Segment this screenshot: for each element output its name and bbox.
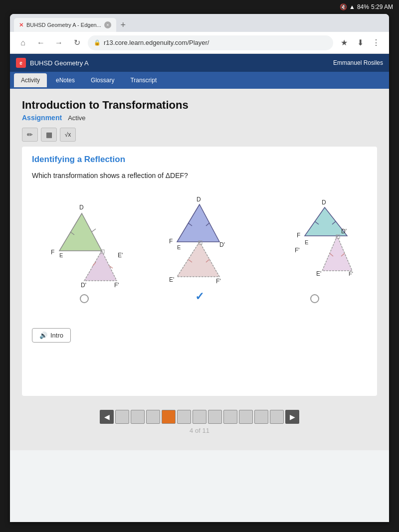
app-logo: e bbox=[16, 58, 26, 68]
assignment-row: Assignment Active bbox=[22, 114, 377, 122]
svg-marker-32 bbox=[322, 236, 352, 271]
svg-marker-13 bbox=[177, 204, 219, 242]
assignment-label: Assignment bbox=[22, 114, 62, 122]
svg-text:F: F bbox=[51, 249, 54, 256]
browser-window: ✕ BUHSD Geometry A - Edgen... × + ⌂ ← → … bbox=[10, 14, 389, 522]
status-bar: 🔇 ▲ 84% 5:29 AM bbox=[0, 0, 399, 14]
svg-text:F': F' bbox=[349, 271, 353, 277]
page-box-3[interactable] bbox=[146, 410, 160, 424]
answer-option-a[interactable]: D F E E' D' F' bbox=[32, 198, 137, 303]
page-box-11[interactable] bbox=[270, 410, 284, 424]
toolbar: ✏ ▦ √x bbox=[22, 128, 377, 142]
svg-text:E: E bbox=[177, 244, 181, 250]
svg-text:D: D bbox=[197, 196, 201, 203]
svg-marker-6 bbox=[84, 251, 117, 281]
radio-option-a[interactable] bbox=[80, 294, 89, 303]
svg-text:E': E' bbox=[118, 252, 123, 259]
svg-text:F: F bbox=[169, 238, 173, 245]
page-box-8[interactable] bbox=[223, 410, 237, 424]
answer-option-c[interactable]: D F E D' F' E' F' bbox=[262, 198, 367, 303]
svg-text:F': F' bbox=[295, 247, 300, 254]
page-box-1[interactable] bbox=[115, 410, 129, 424]
svg-text:E: E bbox=[305, 239, 308, 245]
answer-options: D F E E' D' F' bbox=[32, 189, 367, 308]
tab-enotes[interactable]: eNotes bbox=[49, 73, 82, 87]
page-box-10[interactable] bbox=[254, 410, 268, 424]
svg-text:D': D' bbox=[219, 241, 225, 248]
page-box-4[interactable] bbox=[162, 410, 176, 424]
tab-transcript[interactable]: Transcript bbox=[123, 73, 164, 87]
svg-line-2 bbox=[92, 229, 96, 232]
svg-text:D': D' bbox=[341, 228, 347, 235]
pencil-tool[interactable]: ✏ bbox=[22, 128, 38, 142]
next-page-button[interactable]: ▶ bbox=[285, 410, 299, 424]
lock-icon: 🔒 bbox=[94, 39, 101, 46]
tab-glossary[interactable]: Glossary bbox=[84, 73, 121, 87]
tab-bar: ✕ BUHSD Geometry A - Edgen... × + bbox=[10, 14, 389, 32]
volume-icon: 🔇 bbox=[340, 3, 347, 10]
app-header-left: e BUHSD Geometry A bbox=[16, 58, 89, 68]
page-box-6[interactable] bbox=[193, 410, 206, 424]
page-box-9[interactable] bbox=[239, 410, 253, 424]
answer-option-b[interactable]: D F E D' E' F' bbox=[147, 194, 252, 303]
intro-button[interactable]: 🔊 Intro bbox=[32, 328, 71, 343]
url-bar[interactable]: 🔒 r13.core.learn.edgenuity.com/Player/ bbox=[88, 35, 333, 50]
browser-actions: ★ ⬇ ⋮ bbox=[337, 36, 383, 50]
tab-favicon: ✕ bbox=[19, 22, 23, 28]
svg-text:E': E' bbox=[316, 270, 321, 277]
svg-text:F: F bbox=[297, 232, 300, 239]
nav-tabs: Activity eNotes Glossary Transcript bbox=[10, 72, 389, 89]
math-tool[interactable]: √x bbox=[60, 128, 76, 142]
check-mark-b: ✓ bbox=[195, 290, 204, 303]
page-box-7[interactable] bbox=[208, 410, 222, 424]
triangle-diagram-c: D F E D' F' E' F' bbox=[267, 198, 362, 288]
svg-text:E: E bbox=[59, 252, 63, 258]
triangle-diagram-a: D F E E' D' F' bbox=[37, 198, 132, 288]
battery-text: 84% bbox=[357, 3, 369, 10]
signal-icon: ▲ bbox=[349, 3, 355, 10]
time-display: 5:29 AM bbox=[371, 3, 393, 10]
svg-text:D': D' bbox=[81, 282, 86, 288]
page-content: Introduction to Transformations Assignme… bbox=[10, 89, 389, 450]
page-box-5[interactable] bbox=[177, 410, 191, 424]
download-button[interactable]: ⬇ bbox=[353, 36, 367, 50]
svg-text:D: D bbox=[79, 204, 84, 211]
user-name: Emmanuel Rosiles bbox=[333, 59, 383, 66]
app-title: BUHSD Geometry A bbox=[30, 59, 89, 67]
new-tab-button[interactable]: + bbox=[116, 18, 130, 32]
card-title: Identifying a Reflection bbox=[32, 155, 367, 165]
svg-text:F': F' bbox=[216, 278, 221, 284]
home-button[interactable]: ⌂ bbox=[16, 36, 30, 50]
status-icons: 🔇 ▲ 84% 5:29 AM bbox=[340, 3, 393, 10]
svg-marker-19 bbox=[177, 242, 219, 277]
tab-close-button[interactable]: × bbox=[104, 21, 111, 28]
tab-label: BUHSD Geometry A - Edgen... bbox=[26, 22, 101, 28]
svg-text:F': F' bbox=[114, 282, 119, 288]
refresh-button[interactable]: ↻ bbox=[70, 36, 84, 50]
menu-button[interactable]: ⋮ bbox=[369, 36, 383, 50]
calculator-tool[interactable]: ▦ bbox=[41, 128, 57, 142]
back-button[interactable]: ← bbox=[34, 36, 48, 50]
page-title: Introduction to Transformations bbox=[22, 99, 377, 112]
intro-label: Intro bbox=[50, 332, 63, 339]
speaker-icon: 🔊 bbox=[39, 332, 47, 339]
active-tab[interactable]: ✕ BUHSD Geometry A - Edgen... × bbox=[14, 18, 116, 32]
radio-option-c[interactable] bbox=[310, 294, 319, 303]
pagination-area: ◀ ▶ 4 of 11 bbox=[22, 404, 377, 440]
status-label: Active bbox=[68, 114, 85, 122]
tab-activity[interactable]: Activity bbox=[14, 73, 47, 87]
triangle-diagram-b: D F E D' E' F' bbox=[152, 194, 247, 284]
question-card: Identifying a Reflection Which transform… bbox=[22, 147, 377, 396]
forward-button[interactable]: → bbox=[52, 36, 66, 50]
app-header: e BUHSD Geometry A Emmanuel Rosiles bbox=[10, 54, 389, 72]
url-text: r13.core.learn.edgenuity.com/Player/ bbox=[104, 39, 209, 46]
question-text: Which transformation shows a reflection … bbox=[32, 172, 367, 179]
pagination-controls: ◀ ▶ bbox=[100, 410, 299, 424]
bookmark-button[interactable]: ★ bbox=[337, 36, 351, 50]
page-box-2[interactable] bbox=[131, 410, 145, 424]
svg-text:E': E' bbox=[169, 276, 174, 283]
address-bar: ⌂ ← → ↻ 🔒 r13.core.learn.edgenuity.com/P… bbox=[10, 32, 389, 54]
page-counter: 4 of 11 bbox=[190, 427, 209, 434]
svg-text:D: D bbox=[322, 199, 326, 206]
prev-page-button[interactable]: ◀ bbox=[100, 410, 114, 424]
